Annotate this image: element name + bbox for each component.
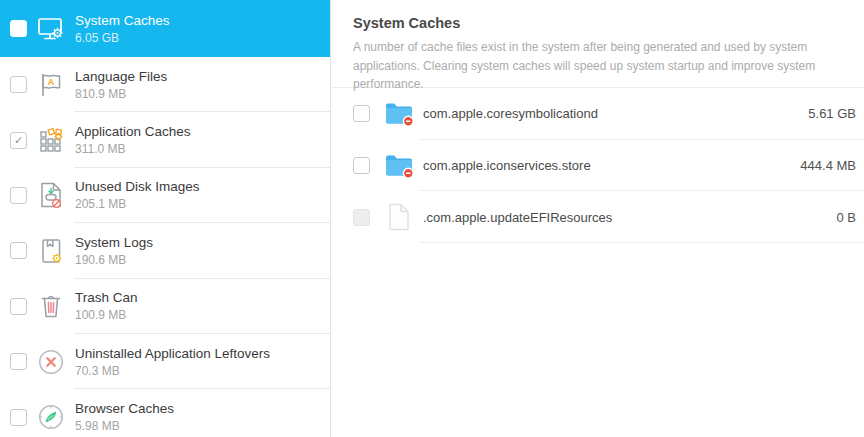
detail-header: System Caches A number of cache files ex… [331,0,864,88]
system-logs-book-icon [36,236,66,266]
file-name: .com.apple.updateEFIResources [423,210,836,225]
system-caches-monitor-gear-icon [36,14,66,44]
item-checkbox[interactable] [10,20,27,37]
sidebar-item-label: System Logs [75,235,153,250]
browser-compass-icon [36,402,66,432]
sidebar-item[interactable]: Browser Caches 5.98 MB [0,389,330,437]
file-row[interactable]: com.apple.coresymbolicationd 5.61 GB [331,88,864,140]
sidebar-item[interactable]: Trash Can 100.9 MB [0,279,330,334]
sidebar-item-label: Language Files [75,69,167,84]
file-checkbox[interactable] [353,157,370,174]
sidebar-item-size: 205.1 MB [75,197,200,211]
trash-can-icon [36,291,66,321]
category-list: System Caches 6.05 GB A Language Files 8… [0,0,330,437]
page-title: System Caches [353,15,860,31]
sidebar-item[interactable]: Application Caches 311.0 MB [0,112,330,167]
sidebar-item-label: System Caches [75,13,170,28]
file-list: com.apple.coresymbolicationd 5.61 GB com… [331,88,864,243]
item-checkbox[interactable] [10,132,27,149]
item-checkbox[interactable] [10,353,27,370]
category-sidebar: System Caches 6.05 GB A Language Files 8… [0,0,331,437]
file-checkbox[interactable] [353,105,370,122]
sidebar-item[interactable]: A Language Files 810.9 MB [0,57,330,112]
detail-panel: System Caches A number of cache files ex… [331,0,864,437]
sidebar-item-label: Unused Disk Images [75,179,200,194]
app-window: System Caches 6.05 GB A Language Files 8… [0,0,864,437]
file-size: 444.4 MB [800,158,856,173]
category-description: A number of cache files exist in the sys… [353,38,860,94]
uninstalled-x-icon [36,347,66,377]
svg-text:A: A [48,76,55,86]
sidebar-item-size: 6.05 GB [75,31,170,45]
language-flag-icon: A [36,70,66,100]
sidebar-item[interactable]: Unused Disk Images 205.1 MB [0,168,330,223]
file-size: 0 B [836,210,856,225]
disk-image-icon [36,180,66,210]
file-checkbox[interactable] [353,209,370,226]
folder-icon [384,100,414,128]
sidebar-item-size: 311.0 MB [75,142,191,156]
sidebar-item-label: Uninstalled Application Leftovers [75,346,270,361]
sidebar-item[interactable]: System Logs 190.6 MB [0,223,330,278]
sidebar-item[interactable]: System Caches 6.05 GB [0,0,330,57]
item-checkbox[interactable] [10,298,27,315]
sidebar-item-size: 810.9 MB [75,87,167,101]
sidebar-item-label: Trash Can [75,290,138,305]
folder-icon [384,152,414,180]
file-row[interactable]: .com.apple.updateEFIResources 0 B [331,191,864,243]
sidebar-item-size: 5.98 MB [75,419,174,433]
file-name: com.apple.iconservices.store [423,158,800,173]
sidebar-item-label: Browser Caches [75,401,174,416]
application-grid-icon [36,125,66,155]
sidebar-item[interactable]: Uninstalled Application Leftovers 70.3 M… [0,334,330,389]
sidebar-item-label: Application Caches [75,124,191,139]
item-checkbox[interactable] [10,242,27,259]
file-size: 5.61 GB [808,106,856,121]
item-checkbox[interactable] [10,76,27,93]
file-name: com.apple.coresymbolicationd [423,106,808,121]
file-row[interactable]: com.apple.iconservices.store 444.4 MB [331,140,864,192]
sidebar-item-size: 190.6 MB [75,253,153,267]
file-icon [384,203,414,231]
sidebar-item-size: 70.3 MB [75,364,270,378]
item-checkbox[interactable] [10,409,27,426]
item-checkbox[interactable] [10,187,27,204]
sidebar-item-size: 100.9 MB [75,308,138,322]
